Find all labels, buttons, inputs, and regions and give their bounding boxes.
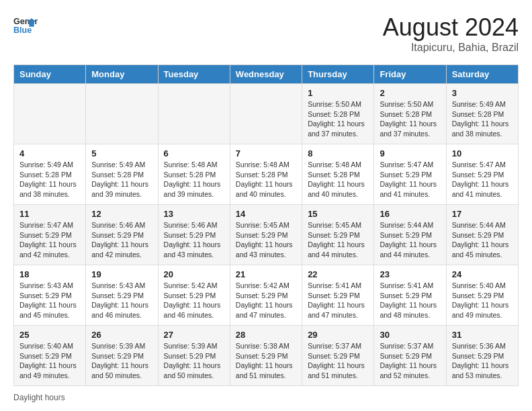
day-number: 30 bbox=[380, 330, 440, 340]
day-number: 1 bbox=[308, 88, 368, 98]
day-number: 20 bbox=[164, 269, 224, 279]
day-info: Sunrise: 5:50 AMSunset: 5:28 PMDaylight:… bbox=[380, 99, 440, 139]
day-cell: 21Sunrise: 5:42 AMSunset: 5:29 PMDayligh… bbox=[230, 265, 302, 326]
day-number: 2 bbox=[380, 88, 440, 98]
month-title: August 2024 bbox=[383, 13, 519, 42]
day-cell: 28Sunrise: 5:38 AMSunset: 5:29 PMDayligh… bbox=[230, 326, 302, 386]
day-info: Sunrise: 5:41 AMSunset: 5:29 PMDaylight:… bbox=[380, 281, 440, 320]
day-info: Sunrise: 5:37 AMSunset: 5:29 PMDaylight:… bbox=[380, 341, 440, 381]
svg-text:Blue: Blue bbox=[13, 26, 32, 35]
week-row-5: 25Sunrise: 5:40 AMSunset: 5:29 PMDayligh… bbox=[14, 326, 519, 386]
footer-note: Daylight hours bbox=[13, 393, 519, 402]
day-info: Sunrise: 5:43 AMSunset: 5:29 PMDaylight:… bbox=[19, 281, 80, 320]
day-cell bbox=[86, 84, 158, 144]
page-header: General Blue August 2024 Itapicuru, Bahi… bbox=[13, 13, 519, 54]
day-info: Sunrise: 5:40 AMSunset: 5:29 PMDaylight:… bbox=[452, 281, 513, 320]
day-number: 28 bbox=[236, 330, 296, 340]
day-number: 29 bbox=[308, 330, 368, 340]
day-number: 10 bbox=[452, 148, 513, 158]
day-info: Sunrise: 5:44 AMSunset: 5:29 PMDaylight:… bbox=[380, 220, 440, 260]
day-cell bbox=[14, 84, 86, 144]
day-cell: 10Sunrise: 5:47 AMSunset: 5:29 PMDayligh… bbox=[446, 144, 518, 205]
day-info: Sunrise: 5:38 AMSunset: 5:29 PMDaylight:… bbox=[236, 341, 296, 381]
day-info: Sunrise: 5:36 AMSunset: 5:29 PMDaylight:… bbox=[452, 341, 513, 381]
day-info: Sunrise: 5:47 AMSunset: 5:29 PMDaylight:… bbox=[452, 160, 513, 199]
day-number: 18 bbox=[19, 269, 80, 279]
col-header-monday: Monday bbox=[86, 65, 158, 84]
day-number: 24 bbox=[452, 269, 513, 279]
day-info: Sunrise: 5:37 AMSunset: 5:29 PMDaylight:… bbox=[308, 341, 368, 381]
day-info: Sunrise: 5:46 AMSunset: 5:29 PMDaylight:… bbox=[91, 220, 152, 260]
day-number: 14 bbox=[236, 209, 296, 219]
col-header-friday: Friday bbox=[374, 65, 446, 84]
day-cell: 16Sunrise: 5:44 AMSunset: 5:29 PMDayligh… bbox=[374, 205, 446, 265]
day-cell: 19Sunrise: 5:43 AMSunset: 5:29 PMDayligh… bbox=[86, 265, 158, 326]
col-header-sunday: Sunday bbox=[14, 65, 86, 84]
day-number: 5 bbox=[91, 148, 152, 158]
day-cell: 18Sunrise: 5:43 AMSunset: 5:29 PMDayligh… bbox=[14, 265, 86, 326]
day-info: Sunrise: 5:49 AMSunset: 5:28 PMDaylight:… bbox=[452, 99, 513, 139]
day-cell: 15Sunrise: 5:45 AMSunset: 5:29 PMDayligh… bbox=[302, 205, 374, 265]
day-info: Sunrise: 5:49 AMSunset: 5:28 PMDaylight:… bbox=[19, 160, 80, 199]
day-cell: 4Sunrise: 5:49 AMSunset: 5:28 PMDaylight… bbox=[14, 144, 86, 205]
day-cell: 7Sunrise: 5:48 AMSunset: 5:28 PMDaylight… bbox=[230, 144, 302, 205]
col-header-thursday: Thursday bbox=[302, 65, 374, 84]
day-cell: 17Sunrise: 5:44 AMSunset: 5:29 PMDayligh… bbox=[446, 205, 518, 265]
day-cell: 9Sunrise: 5:47 AMSunset: 5:29 PMDaylight… bbox=[374, 144, 446, 205]
day-cell: 26Sunrise: 5:39 AMSunset: 5:29 PMDayligh… bbox=[86, 326, 158, 386]
day-number: 23 bbox=[380, 269, 440, 279]
day-info: Sunrise: 5:42 AMSunset: 5:29 PMDaylight:… bbox=[236, 281, 296, 320]
week-row-4: 18Sunrise: 5:43 AMSunset: 5:29 PMDayligh… bbox=[14, 265, 519, 326]
day-info: Sunrise: 5:49 AMSunset: 5:28 PMDaylight:… bbox=[91, 160, 152, 199]
day-number: 25 bbox=[19, 330, 80, 340]
day-cell bbox=[230, 84, 302, 144]
day-number: 16 bbox=[380, 209, 440, 219]
day-cell: 24Sunrise: 5:40 AMSunset: 5:29 PMDayligh… bbox=[446, 265, 518, 326]
day-cell: 22Sunrise: 5:41 AMSunset: 5:29 PMDayligh… bbox=[302, 265, 374, 326]
day-cell: 27Sunrise: 5:39 AMSunset: 5:29 PMDayligh… bbox=[158, 326, 230, 386]
day-info: Sunrise: 5:48 AMSunset: 5:28 PMDaylight:… bbox=[164, 160, 224, 199]
logo-icon: General Blue bbox=[13, 13, 38, 38]
day-info: Sunrise: 5:45 AMSunset: 5:29 PMDaylight:… bbox=[236, 220, 296, 260]
day-cell: 6Sunrise: 5:48 AMSunset: 5:28 PMDaylight… bbox=[158, 144, 230, 205]
day-cell: 31Sunrise: 5:36 AMSunset: 5:29 PMDayligh… bbox=[446, 326, 518, 386]
day-info: Sunrise: 5:48 AMSunset: 5:28 PMDaylight:… bbox=[236, 160, 296, 199]
logo: General Blue bbox=[13, 13, 38, 38]
day-cell: 5Sunrise: 5:49 AMSunset: 5:28 PMDaylight… bbox=[86, 144, 158, 205]
day-info: Sunrise: 5:50 AMSunset: 5:28 PMDaylight:… bbox=[308, 99, 368, 139]
day-number: 9 bbox=[380, 148, 440, 158]
day-cell bbox=[158, 84, 230, 144]
day-number: 31 bbox=[452, 330, 513, 340]
day-info: Sunrise: 5:43 AMSunset: 5:29 PMDaylight:… bbox=[91, 281, 152, 320]
week-row-2: 4Sunrise: 5:49 AMSunset: 5:28 PMDaylight… bbox=[14, 144, 519, 205]
day-cell: 20Sunrise: 5:42 AMSunset: 5:29 PMDayligh… bbox=[158, 265, 230, 326]
day-info: Sunrise: 5:44 AMSunset: 5:29 PMDaylight:… bbox=[452, 220, 513, 260]
day-info: Sunrise: 5:48 AMSunset: 5:28 PMDaylight:… bbox=[308, 160, 368, 199]
day-info: Sunrise: 5:45 AMSunset: 5:29 PMDaylight:… bbox=[308, 220, 368, 260]
day-cell: 13Sunrise: 5:46 AMSunset: 5:29 PMDayligh… bbox=[158, 205, 230, 265]
col-header-saturday: Saturday bbox=[446, 65, 518, 84]
title-area: August 2024 Itapicuru, Bahia, Brazil bbox=[383, 13, 519, 54]
day-cell: 2Sunrise: 5:50 AMSunset: 5:28 PMDaylight… bbox=[374, 84, 446, 144]
day-info: Sunrise: 5:39 AMSunset: 5:29 PMDaylight:… bbox=[91, 341, 152, 381]
day-cell: 23Sunrise: 5:41 AMSunset: 5:29 PMDayligh… bbox=[374, 265, 446, 326]
day-cell: 25Sunrise: 5:40 AMSunset: 5:29 PMDayligh… bbox=[14, 326, 86, 386]
day-info: Sunrise: 5:47 AMSunset: 5:29 PMDaylight:… bbox=[19, 220, 80, 260]
calendar-table: SundayMondayTuesdayWednesdayThursdayFrid… bbox=[13, 64, 519, 386]
day-number: 15 bbox=[308, 209, 368, 219]
day-number: 8 bbox=[308, 148, 368, 158]
day-info: Sunrise: 5:39 AMSunset: 5:29 PMDaylight:… bbox=[164, 341, 224, 381]
day-cell: 3Sunrise: 5:49 AMSunset: 5:28 PMDaylight… bbox=[446, 84, 518, 144]
location-title: Itapicuru, Bahia, Brazil bbox=[383, 42, 519, 54]
day-number: 19 bbox=[91, 269, 152, 279]
day-number: 21 bbox=[236, 269, 296, 279]
col-header-tuesday: Tuesday bbox=[158, 65, 230, 84]
day-number: 26 bbox=[91, 330, 152, 340]
day-number: 27 bbox=[164, 330, 224, 340]
day-number: 12 bbox=[91, 209, 152, 219]
day-cell: 30Sunrise: 5:37 AMSunset: 5:29 PMDayligh… bbox=[374, 326, 446, 386]
day-cell: 29Sunrise: 5:37 AMSunset: 5:29 PMDayligh… bbox=[302, 326, 374, 386]
day-number: 4 bbox=[19, 148, 80, 158]
day-cell: 14Sunrise: 5:45 AMSunset: 5:29 PMDayligh… bbox=[230, 205, 302, 265]
day-number: 11 bbox=[19, 209, 80, 219]
